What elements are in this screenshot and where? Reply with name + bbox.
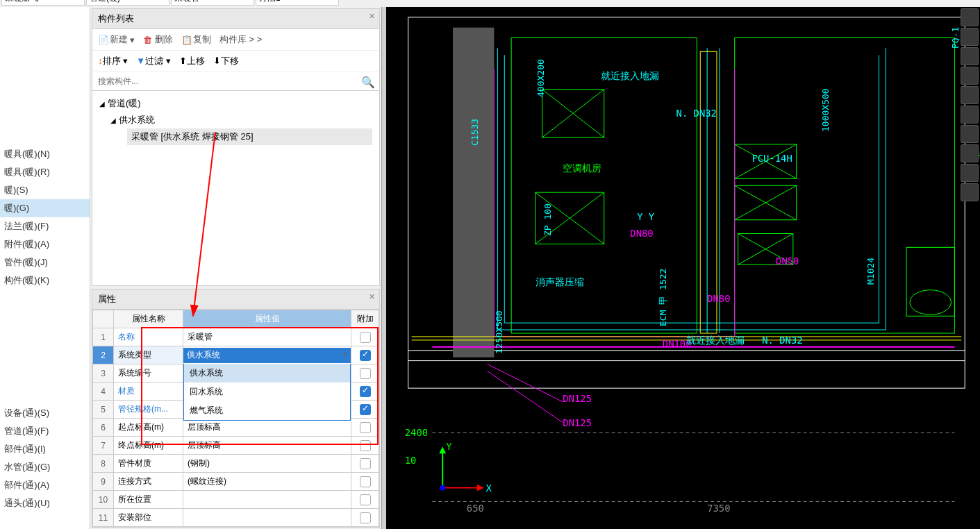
col-value[interactable]: 属性值 [183, 310, 351, 328]
prop-value[interactable] [183, 491, 351, 509]
prop-name[interactable]: 材质 [114, 383, 183, 401]
row-num: 11 [93, 509, 114, 527]
svg-text:N. DN32: N. DN32 [762, 335, 802, 346]
prop-extra[interactable] [351, 364, 379, 383]
close-icon[interactable]: ✕ [369, 12, 375, 21]
prop-name[interactable]: 管径规格(m... [114, 401, 183, 419]
cad-tool-button[interactable] [961, 125, 979, 143]
cad-tool-button[interactable] [961, 8, 979, 26]
prop-name[interactable]: 管件材质 [114, 455, 183, 473]
filter-button[interactable]: ▼过滤 ▾ [136, 55, 171, 67]
cad-tool-button[interactable] [961, 183, 979, 201]
tree-leaf-selected[interactable]: 采暖管 [供水系统 焊接钢管 25] [127, 128, 372, 145]
table-row[interactable]: 11 安装部位 [93, 509, 379, 527]
prop-value[interactable]: (钢制) [183, 455, 351, 473]
row-num: 9 [93, 473, 114, 491]
search-icon[interactable]: 🔍 [361, 76, 375, 89]
prop-value[interactable]: 层顶标高 [183, 419, 351, 437]
prop-extra[interactable] [351, 328, 379, 346]
left-item[interactable]: 附件(暖)(A) [0, 235, 90, 253]
close-icon[interactable]: ✕ [369, 292, 375, 301]
search-input[interactable] [92, 72, 379, 90]
top-input-3[interactable] [171, 0, 254, 6]
library-button[interactable]: 构件库 > > [219, 33, 262, 46]
top-input-4[interactable] [256, 0, 339, 6]
left-item[interactable]: 部件(通)(A) [0, 476, 90, 494]
prop-value[interactable]: 采暖管 [183, 328, 351, 346]
prop-value[interactable]: (螺纹连接) [183, 473, 351, 491]
cad-text: M1024 [865, 258, 876, 285]
dropdown-option[interactable]: 回水系统 [184, 383, 350, 401]
prop-extra[interactable] [351, 437, 379, 455]
prop-extra[interactable] [351, 383, 379, 401]
left-item[interactable]: 管件(暖)(J) [0, 253, 90, 271]
cad-tool-palette [959, 7, 980, 203]
prop-name[interactable]: 名称 [114, 328, 183, 346]
prop-name[interactable]: 安装部位 [114, 509, 183, 527]
top-input-2[interactable] [86, 0, 169, 6]
component-list-panel: 构件列表 ✕ 📄新建 ▾ 🗑删除 📋复制 构件库 > > ↕排序 ▾ ▼过滤 ▾… [92, 8, 380, 286]
left-item[interactable]: 暖具(暖)(N) [0, 145, 90, 163]
cad-tool-button[interactable] [961, 144, 979, 162]
dropdown-option[interactable]: 供水系统 [184, 364, 350, 383]
table-row-selected[interactable]: 2 系统类型 ▾ 供水系统 回水系统 燃气系统 [93, 346, 379, 364]
system-type-dropdown[interactable]: ▾ 供水系统 回水系统 燃气系统 [183, 346, 351, 364]
cad-viewport[interactable]: 就近接入地漏 N. DN32 空调机房 FCU-14H DN80 消声器压缩 D… [382, 7, 980, 529]
tree-root[interactable]: ◢管道(暖) [99, 95, 372, 112]
top-input-1[interactable] [1, 0, 85, 6]
table-row[interactable]: 1 名称 采暖管 [93, 328, 379, 346]
delete-button[interactable]: 🗑删除 [143, 33, 173, 46]
cad-tool-button[interactable] [961, 86, 979, 104]
left-item[interactable]: 构件(暖)(K) [0, 271, 90, 289]
prop-name[interactable]: 系统类型 [114, 346, 183, 364]
prop-extra[interactable] [351, 473, 379, 491]
svg-text:空调机房: 空调机房 [563, 162, 601, 174]
copy-button[interactable]: 📋复制 [181, 33, 211, 46]
prop-extra[interactable] [351, 419, 379, 437]
sort-button[interactable]: ↕排序 ▾ [98, 55, 128, 67]
table-row[interactable]: 6 起点标高(m) 层顶标高 [93, 419, 379, 437]
cad-tool-button[interactable] [961, 47, 979, 65]
prop-extra[interactable] [351, 491, 379, 509]
left-item[interactable]: 暖具(暖)(R) [0, 163, 90, 181]
prop-name[interactable]: 系统编号 [114, 364, 183, 383]
dropdown-input[interactable] [183, 348, 351, 363]
chevron-down-icon[interactable]: ▾ [343, 351, 347, 358]
left-item[interactable]: 暖)(S) [0, 181, 90, 199]
left-item[interactable]: 法兰(暖)(F) [0, 217, 90, 235]
prop-extra[interactable] [351, 509, 379, 527]
prop-extra[interactable] [351, 455, 379, 473]
tree-child[interactable]: ◢供水系统 [110, 112, 372, 128]
prop-name[interactable]: 连接方式 [114, 473, 183, 491]
svg-text:10: 10 [405, 455, 417, 466]
prop-name[interactable]: 终点标高(m) [114, 437, 183, 455]
left-item[interactable]: 设备(通)(S) [0, 404, 90, 422]
left-item[interactable]: 部件(通)(I) [0, 440, 90, 458]
row-num: 2 [93, 346, 114, 364]
prop-name[interactable]: 起点标高(m) [114, 419, 183, 437]
main-area: 暖具(暖)(N) 暖具(暖)(R) 暖)(S) 暖)(G) 法兰(暖)(F) 附… [0, 0, 980, 529]
left-item[interactable]: 通头(通)(U) [0, 494, 90, 512]
left-item[interactable]: 管道(通)(F) [0, 422, 90, 440]
properties-title: 属性 [98, 294, 116, 304]
left-item-selected[interactable]: 暖)(G) [0, 199, 90, 217]
prop-name[interactable]: 所在位置 [114, 491, 183, 509]
cad-tool-button[interactable] [961, 106, 979, 124]
prop-extra[interactable] [351, 401, 379, 419]
table-row[interactable]: 10 所在位置 [93, 491, 379, 509]
new-button[interactable]: 📄新建 ▾ [98, 33, 135, 46]
prop-value[interactable]: 层顶标高 [183, 437, 351, 455]
moveup-button[interactable]: ⬆上移 [179, 55, 205, 67]
svg-text:DN50: DN50 [776, 255, 799, 267]
prop-value[interactable] [183, 509, 351, 527]
cad-tool-button[interactable] [961, 28, 979, 46]
prop-extra[interactable] [351, 346, 379, 364]
table-row[interactable]: 7 终点标高(m) 层顶标高 [93, 437, 379, 455]
cad-tool-button[interactable] [961, 67, 979, 85]
dropdown-option[interactable]: 燃气系统 [184, 401, 350, 420]
left-item[interactable]: 水管(通)(G) [0, 458, 90, 476]
table-row[interactable]: 9 连接方式 (螺纹连接) [93, 473, 379, 491]
movedown-button[interactable]: ⬇下移 [213, 55, 239, 67]
table-row[interactable]: 8 管件材质 (钢制) [93, 455, 379, 473]
cad-tool-button[interactable] [961, 164, 979, 182]
